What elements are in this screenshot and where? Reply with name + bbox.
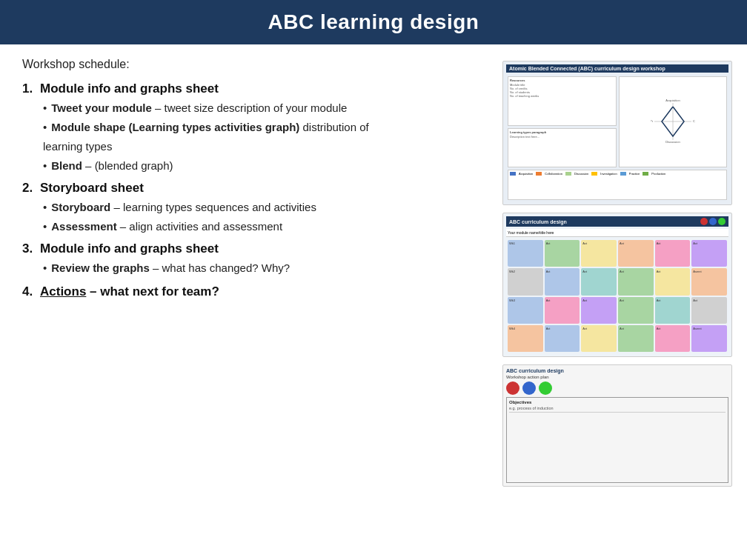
sub-item-1-1: • Tweet your module – tweet size descrip…: [43, 100, 488, 116]
sc-8: Act: [545, 268, 580, 295]
sub-item-2-1-dash: –: [110, 201, 123, 213]
sub-item-2-1-normal: learning types sequences and activities: [123, 201, 316, 213]
cross-chart-svg: Acquisition Col Pr Discussion: [651, 99, 695, 144]
sc-23: Act: [655, 325, 691, 352]
svg-text:Pr: Pr: [651, 119, 654, 123]
list-heading-1-text: Module info and graphs sheet: [40, 81, 219, 96]
sc-2: Act: [545, 240, 580, 267]
objectives-label: Objectives: [509, 400, 726, 404]
sc-10: Act: [618, 268, 654, 295]
logo-blue: [522, 381, 536, 395]
sub-item-1-3-dash: –: [82, 159, 95, 172]
svg-text:Acquisition: Acquisition: [665, 99, 680, 102]
sub-item-3-1: • Review the graphs – what has changed? …: [43, 260, 488, 276]
sub-item-1-3-bold: Blend: [51, 159, 82, 172]
sub-list-1: • Tweet your module – tweet size descrip…: [43, 100, 488, 135]
sc-3: Act: [581, 240, 617, 267]
img-cell-1: Resources Module title No. of credits No…: [508, 76, 617, 126]
sub-item-1-3: • Blend – (blended graph): [43, 158, 488, 173]
sub-item-1-2-bold: Module shape (Learning types activities …: [51, 121, 299, 133]
list-heading-3: 3. Module info and graphs sheet: [22, 241, 488, 256]
list-item-3: 3. Module info and graphs sheet • Review…: [22, 241, 488, 276]
sub-item-3-1-normal: what has changed? Why?: [162, 261, 290, 274]
image-actions: ABC curriculum design Workshop action pl…: [502, 364, 732, 487]
img-top-body: Resources Module title No. of credits No…: [506, 75, 728, 201]
list-item-4: 4. Actions – what next for team?: [22, 283, 488, 301]
sub-item-2-1: • Storyboard – learning types sequences …: [43, 199, 488, 215]
img-chart-area: Acquisition Col Pr Discussion: [619, 76, 728, 167]
storyboard-grid: Wk1 Act Act Act Act Act Wk2 Act Act Act …: [506, 239, 728, 353]
sc-17: Act: [655, 297, 691, 324]
sub-list-3: • Review the graphs – what has changed? …: [43, 260, 488, 276]
sc-5: Act: [655, 240, 691, 267]
sc-1: Wk1: [508, 240, 543, 267]
list-heading-2-text: Storyboard sheet: [40, 181, 144, 196]
sub-list-2: • Storyboard – learning types sequences …: [43, 199, 488, 234]
page-wrapper: ABC learning design Workshop schedule: 1…: [0, 0, 747, 560]
sub-item-1-1-bold: Tweet your module: [51, 101, 152, 114]
sub-item-2-2-dash: –: [117, 220, 130, 233]
sub-item-3-1-bold: Review the graphs: [51, 261, 150, 274]
page-header: ABC learning design: [0, 0, 747, 44]
img-middle-header: ABC curriculum design: [506, 216, 728, 227]
learning-types-indent: learning types: [43, 139, 488, 154]
list-heading-2: 2. Storyboard sheet: [22, 181, 488, 196]
logo-red: [506, 381, 519, 395]
svg-text:Discussion: Discussion: [665, 140, 680, 144]
sc-15: Act: [581, 297, 617, 324]
list-heading-1: 1. Module info and graphs sheet: [22, 81, 488, 96]
sub-item-1-2-normal: distribution of: [303, 121, 369, 133]
img-cell-2: Learning types paragraph Description tex…: [508, 128, 617, 167]
list-number-4: 4.: [22, 284, 36, 299]
list-heading-3-text: Module info and graphs sheet: [40, 241, 219, 256]
sc-12: Asmnt: [691, 268, 727, 295]
sub-list-1b: • Blend – (blended graph): [43, 158, 488, 173]
page-title: ABC learning design: [268, 10, 479, 33]
list-heading-4-normal: – what next for team?: [86, 284, 219, 299]
sc-24: Asmnt: [691, 325, 727, 352]
list-number-2: 2.: [22, 181, 36, 196]
logo-green: [539, 381, 552, 395]
img-bottom-header: ABC curriculum design: [506, 368, 728, 373]
image-module-info: Atomic Blended Connected (ABC) curriculu…: [502, 61, 732, 205]
sub-item-1-3-normal: (blended graph): [95, 159, 173, 172]
sub-item-1-1-dash: –: [152, 101, 165, 114]
list-item-1: 1. Module info and graphs sheet • Tweet …: [22, 81, 488, 173]
sub-item-2-1-bold: Storyboard: [51, 201, 110, 213]
sub-item-1-2: • Module shape (Learning types activitie…: [43, 119, 488, 135]
objectives-line: e.g. process of induction: [509, 406, 726, 413]
sub-item-2-2-normal: align activities and assessment: [129, 220, 282, 233]
sc-22: Act: [618, 325, 654, 352]
svg-text:Col: Col: [693, 119, 695, 123]
main-list: 1. Module info and graphs sheet • Tweet …: [22, 81, 488, 301]
list-heading-4: 4. Actions – what next for team?: [22, 283, 488, 301]
sc-7: Wk2: [508, 268, 543, 295]
objectives-box: Objectives e.g. process of induction: [506, 397, 728, 483]
sc-14: Act: [545, 297, 580, 324]
sub-item-3-1-dash: –: [150, 261, 162, 274]
sc-11: Act: [655, 268, 691, 295]
sc-13: Wk3: [508, 297, 543, 324]
content-area: Workshop schedule: 1. Module info and gr…: [0, 44, 747, 560]
right-column: Atomic Blended Connected (ABC) curriculu…: [502, 58, 732, 553]
sc-6: Act: [691, 240, 727, 267]
img-top-header: Atomic Blended Connected (ABC) curriculu…: [506, 64, 728, 73]
image-storyboard: ABC curriculum design Your module name/t…: [502, 213, 732, 357]
logos-row: [506, 381, 728, 395]
workshop-schedule-label: Workshop schedule:: [22, 58, 488, 71]
sc-18: Act: [691, 297, 727, 324]
sc-20: Act: [545, 325, 580, 352]
sc-19: Wk4: [508, 325, 543, 352]
img-bottom-sub: Workshop action plan: [506, 375, 728, 379]
list-number-3: 3.: [22, 241, 36, 256]
sub-item-2-2-bold: Assessment: [51, 220, 116, 233]
img-cell-legend: Acquisition Collaboration Discussion Inv…: [508, 170, 727, 200]
sub-item-2-2: • Assessment – align activities and asse…: [43, 219, 488, 234]
img-middle-subtitle: Your module name/title here: [506, 229, 728, 237]
sc-9: Act: [581, 268, 617, 295]
list-heading-4-underline: Actions: [40, 284, 86, 299]
list-number-1: 1.: [22, 81, 36, 96]
list-item-2: 2. Storyboard sheet • Storyboard – learn…: [22, 181, 488, 234]
left-column: Workshop schedule: 1. Module info and gr…: [22, 58, 502, 553]
sc-16: Act: [618, 297, 654, 324]
